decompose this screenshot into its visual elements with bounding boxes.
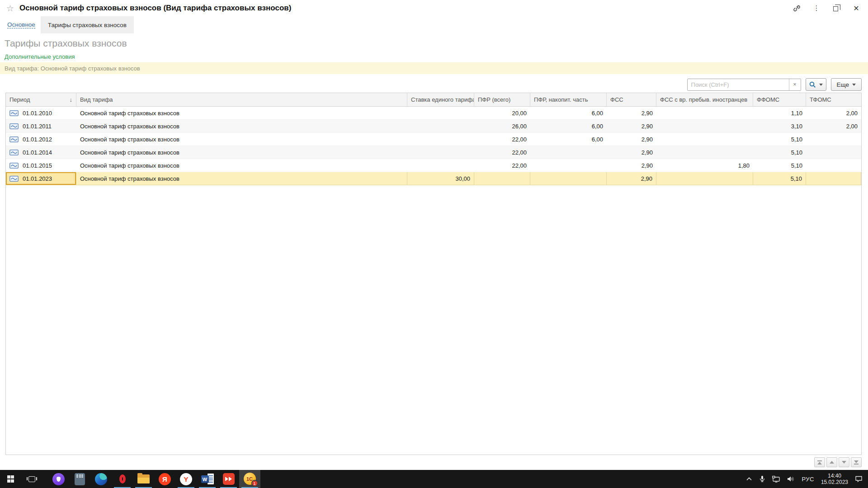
language-indicator[interactable]: РУС: [802, 476, 814, 483]
table-cell[interactable]: [656, 146, 753, 159]
table-cell[interactable]: Основной тариф страховых взносов: [76, 159, 407, 172]
table-cell[interactable]: 22,00: [474, 159, 530, 172]
table-cell[interactable]: 2,00: [806, 107, 861, 120]
table-cell[interactable]: [407, 159, 474, 172]
table-cell[interactable]: 5,10: [753, 133, 806, 146]
table-cell[interactable]: 6,00: [530, 120, 607, 133]
table-cell[interactable]: 01.01.2014: [6, 146, 76, 159]
table-row[interactable]: 01.01.2012Основной тариф страховых взнос…: [6, 133, 861, 146]
table-cell[interactable]: 1,10: [753, 107, 806, 120]
taskbar-icon-yandex[interactable]: Я: [154, 470, 175, 488]
table-cell[interactable]: [407, 120, 474, 133]
table-cell[interactable]: [530, 146, 607, 159]
taskbar-icon-calculator[interactable]: [69, 470, 90, 488]
table-cell[interactable]: [656, 133, 753, 146]
table-cell[interactable]: 1,80: [656, 159, 753, 172]
additional-conditions-link[interactable]: Дополнительные условия: [0, 51, 75, 62]
column-header[interactable]: ТФОМС: [806, 93, 861, 106]
kebab-menu-icon[interactable]: ⋮: [812, 4, 821, 13]
table-cell[interactable]: 2,90: [607, 172, 656, 185]
column-header[interactable]: ФСС с вр. пребыв. иностранцев: [656, 93, 753, 106]
table-cell[interactable]: [407, 107, 474, 120]
table-cell[interactable]: Основной тариф страховых взносов: [76, 107, 407, 120]
table-cell[interactable]: Основной тариф страховых взносов: [76, 172, 407, 185]
taskbar-icon-edge[interactable]: [90, 470, 112, 488]
table-cell[interactable]: 2,90: [607, 107, 656, 120]
column-header[interactable]: ФФОМС: [753, 93, 806, 106]
speaker-icon[interactable]: [787, 476, 795, 482]
table-cell[interactable]: 5,10: [753, 172, 806, 185]
taskbar-icon-explorer[interactable]: [133, 470, 154, 488]
restore-icon[interactable]: [832, 4, 841, 13]
table-cell[interactable]: Основной тариф страховых взносов: [76, 120, 407, 133]
go-previous-button[interactable]: [826, 457, 837, 467]
table-cell[interactable]: [806, 146, 861, 159]
table-row[interactable]: 01.01.2023Основной тариф страховых взнос…: [6, 172, 861, 185]
favorite-star-icon[interactable]: ☆: [6, 3, 14, 14]
table-cell[interactable]: [806, 133, 861, 146]
table-cell[interactable]: Основной тариф страховых взносов: [76, 146, 407, 159]
taskbar-icon-alice[interactable]: [48, 470, 69, 488]
taskbar-icon-task-view[interactable]: [21, 470, 42, 488]
table-cell[interactable]: 01.01.2023: [6, 172, 76, 185]
table-cell[interactable]: 01.01.2011: [6, 120, 76, 133]
table-cell[interactable]: 2,00: [806, 120, 861, 133]
table-cell[interactable]: 6,00: [530, 107, 607, 120]
taskbar-icon-red-arrows-app[interactable]: [218, 470, 239, 488]
link-icon[interactable]: [792, 4, 801, 13]
column-header[interactable]: Ставка единого тарифа: [407, 93, 474, 106]
table-cell[interactable]: 3,10: [753, 120, 806, 133]
column-header[interactable]: Вид тарифа: [76, 93, 407, 106]
more-button[interactable]: Еще: [831, 78, 862, 91]
network-display-icon[interactable]: [772, 476, 780, 483]
table-cell[interactable]: [656, 120, 753, 133]
table-cell[interactable]: [530, 159, 607, 172]
table-cell[interactable]: 5,10: [753, 146, 806, 159]
tab-main-link[interactable]: Основное: [7, 21, 35, 28]
column-header[interactable]: ФСС: [607, 93, 656, 106]
taskbar-icon-opera[interactable]: [112, 470, 133, 488]
table-row[interactable]: 01.01.2015Основной тариф страховых взнос…: [6, 159, 861, 172]
taskbar-icon-yandex-browser[interactable]: Y: [175, 470, 197, 488]
table-row[interactable]: 01.01.2010Основной тариф страховых взнос…: [6, 107, 861, 120]
table-cell[interactable]: 22,00: [474, 133, 530, 146]
table-cell[interactable]: Основной тариф страховых взносов: [76, 133, 407, 146]
table-cell[interactable]: 20,00: [474, 107, 530, 120]
table-cell[interactable]: 01.01.2012: [6, 133, 76, 146]
table-cell[interactable]: 2,90: [607, 159, 656, 172]
table-cell[interactable]: [806, 172, 861, 185]
go-first-button[interactable]: [814, 457, 825, 467]
table-cell[interactable]: [530, 172, 607, 185]
table-row[interactable]: 01.01.2014Основной тариф страховых взнос…: [6, 146, 861, 159]
table-cell[interactable]: 22,00: [474, 146, 530, 159]
action-center-icon[interactable]: [855, 475, 863, 483]
table-cell[interactable]: [407, 146, 474, 159]
taskbar-icon-start[interactable]: [0, 470, 21, 488]
column-header[interactable]: Период↓: [6, 93, 76, 106]
table-cell[interactable]: 01.01.2015: [6, 159, 76, 172]
table-cell[interactable]: 5,10: [753, 159, 806, 172]
search-clear-button[interactable]: ×: [789, 79, 801, 90]
search-button[interactable]: [806, 78, 826, 91]
table-cell[interactable]: 30,00: [407, 172, 474, 185]
table-cell[interactable]: 26,00: [474, 120, 530, 133]
taskbar-icon-word[interactable]: W: [197, 470, 218, 488]
taskbar-icon-1c[interactable]: 1С 1: [239, 470, 260, 488]
column-header[interactable]: ПФР (всего): [474, 93, 530, 106]
column-header[interactable]: ПФР, накопит. часть: [530, 93, 607, 106]
table-cell[interactable]: 6,00: [530, 133, 607, 146]
chevron-up-icon[interactable]: [746, 477, 752, 481]
clock[interactable]: 14:40 15.02.2023: [821, 473, 848, 485]
table-cell[interactable]: [656, 172, 753, 185]
table-cell[interactable]: [474, 172, 530, 185]
table-cell[interactable]: 2,90: [607, 146, 656, 159]
tab-tariffs-active[interactable]: Тарифы страховых взносов: [41, 16, 134, 33]
table-cell[interactable]: 2,90: [607, 133, 656, 146]
close-icon[interactable]: ✕: [852, 4, 861, 13]
table-cell[interactable]: 2,90: [607, 120, 656, 133]
microphone-icon[interactable]: [759, 475, 765, 483]
search-input[interactable]: [688, 79, 789, 90]
table-cell[interactable]: 01.01.2010: [6, 107, 76, 120]
table-row[interactable]: 01.01.2011Основной тариф страховых взнос…: [6, 120, 861, 133]
go-last-button[interactable]: [851, 457, 862, 467]
